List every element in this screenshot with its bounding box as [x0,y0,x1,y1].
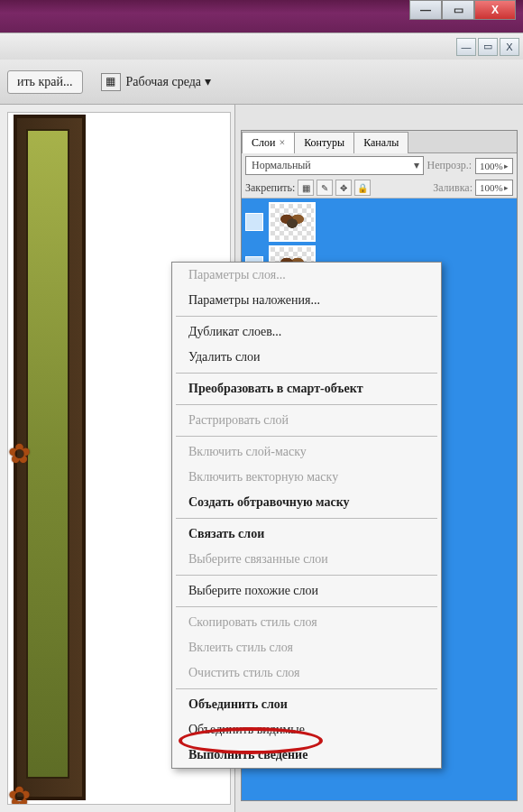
tab-channels[interactable]: Каналы [353,132,408,153]
layer-context-menu: Параметры слоя...Параметры наложения...Д… [171,262,442,769]
layer-thumbnail[interactable] [269,202,316,242]
menu-item[interactable]: Создать обтравочную маску [172,490,441,515]
window-close-button[interactable]: X [474,0,516,20]
visibility-toggle-icon[interactable] [245,213,263,231]
menu-item[interactable]: Дубликат слоев... [172,319,441,345]
opacity-label: Непрозр.: [427,159,473,172]
window-minimize-button[interactable]: — [409,0,442,20]
menu-item[interactable]: Удалить слои [172,345,441,370]
window-maximize-button[interactable]: ▭ [442,0,474,20]
panel-tabs: Слои× Контуры Каналы [242,131,517,153]
menu-item: Включить слой-маску [172,439,441,465]
doc-maximize-button[interactable]: ▭ [478,38,498,56]
menu-separator [176,316,437,317]
menu-item[interactable]: Объединить слои [172,692,441,717]
lock-transparency-icon[interactable]: ▦ [298,180,314,196]
lock-position-icon[interactable]: ✥ [335,180,352,196]
menu-separator [176,404,437,405]
lock-pixels-icon[interactable]: ✎ [317,180,333,196]
workspace-switcher[interactable]: ▦ Рабочая среда ▾ [101,73,211,91]
menu-item: Вклеить стиль слоя [172,635,441,660]
document-controls: — ▭ X [0,32,523,60]
flower-decoration-icon [8,780,41,805]
doc-minimize-button[interactable]: — [456,38,476,56]
workspace-icon: ▦ [101,73,121,91]
menu-separator [176,575,437,576]
menu-separator [176,606,437,607]
menu-item: Очистить стиль слоя [172,660,441,686]
lock-label: Закрепить: [245,181,295,195]
menu-item[interactable]: Выполнить сведение [172,743,441,768]
blend-mode-select[interactable]: Нормальный [245,156,424,175]
lock-all-icon[interactable]: 🔒 [354,180,371,196]
menu-item: Выберите связанные слои [172,547,441,572]
menu-item[interactable]: Выберите похожие слои [172,578,441,604]
fill-field[interactable]: 100% [475,180,513,196]
window-titlebar: — ▭ X [0,0,523,32]
refine-edge-button[interactable]: ить край... [7,70,83,94]
menu-separator [176,373,437,374]
tab-label: Слои [252,136,275,149]
menu-separator [176,688,437,689]
menu-item: Скопировать стиль слоя [172,610,441,635]
menu-separator [176,518,437,519]
tab-paths[interactable]: Контуры [294,132,354,153]
fill-label: Заливка: [433,181,473,195]
close-icon[interactable]: × [279,136,285,149]
menu-item: Параметры слоя... [172,263,441,288]
flower-decoration-icon [8,438,41,470]
tab-layers[interactable]: Слои× [242,132,295,153]
menu-item[interactable]: Преобразовать в смарт-объект [172,376,441,401]
menu-item: Растрировать слой [172,408,441,433]
options-bar: ить край... ▦ Рабочая среда ▾ [0,60,523,105]
menu-item[interactable]: Объединить видимые [172,717,441,743]
menu-item[interactable]: Связать слои [172,521,441,547]
doc-close-button[interactable]: X [500,38,519,56]
layer-row[interactable] [245,202,513,242]
menu-item[interactable]: Параметры наложения... [172,288,441,313]
menu-separator [176,436,437,437]
opacity-field[interactable]: 100% [475,158,513,174]
workspace-label: Рабочая среда ▾ [126,74,211,89]
menu-item: Включить векторную маску [172,465,441,490]
